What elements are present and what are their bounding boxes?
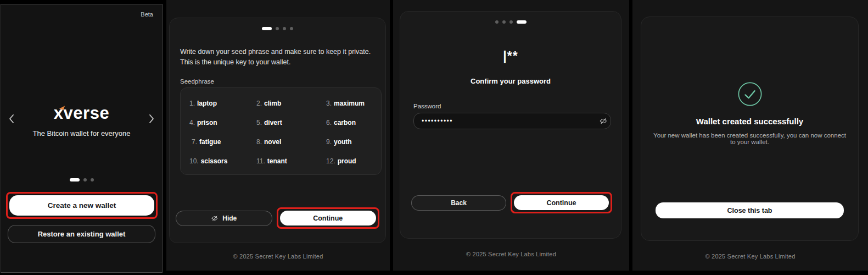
seed-word: 12.proud	[326, 157, 376, 165]
seed-word: 2.climb	[256, 100, 326, 107]
password-typing-icon: |**	[400, 49, 621, 64]
step-dot-active	[517, 20, 527, 24]
seedphrase-label: Seedphrase	[180, 78, 214, 85]
seed-description: Write down your seed phrase and make sur…	[180, 47, 383, 68]
step-dot	[502, 20, 506, 24]
eye-slash-icon	[599, 117, 608, 125]
carousel-dot	[91, 178, 94, 182]
carousel-dots	[1, 178, 162, 182]
password-field-wrap	[413, 113, 611, 129]
seed-word: 3.maximum	[326, 100, 376, 107]
continue-button[interactable]: Continue	[514, 195, 609, 210]
hide-seed-button[interactable]: Hide	[176, 211, 272, 226]
success-check-icon	[737, 81, 763, 107]
success-card: Wallet created successfully Your new wal…	[641, 16, 859, 241]
success-heading: Wallet created successfully	[641, 117, 858, 126]
tagline: The Bitcoin wallet for everyone	[1, 129, 162, 138]
panel-welcome: Beta xverse The Bitcoin wallet for every…	[1, 4, 163, 273]
panel-wallet-created: Wallet created successfully Your new wal…	[632, 0, 868, 271]
carousel-dot	[83, 178, 87, 182]
step-dot	[495, 20, 499, 24]
password-label: Password	[413, 103, 441, 109]
step-dot	[509, 20, 513, 24]
highlight-box: Continue	[511, 192, 612, 213]
seed-word: 5.divert	[256, 119, 326, 127]
xverse-logo: xverse	[1, 103, 162, 123]
seed-word: 6.carbon	[326, 119, 376, 127]
panel-confirm-password: |** Confirm your password Password Back …	[393, 0, 629, 271]
panel-seedphrase: Write down your seed phrase and make sur…	[166, 0, 390, 271]
highlight-box: Continue	[277, 207, 380, 229]
seed-word: 4.prison	[189, 119, 256, 127]
continue-button[interactable]: Continue	[280, 211, 377, 226]
seed-word: 10.scissors	[189, 157, 256, 165]
password-card: |** Confirm your password Password Back …	[400, 11, 621, 239]
back-button[interactable]: Back	[411, 195, 506, 211]
confirm-password-heading: Confirm your password	[400, 77, 621, 85]
success-subtext: Your new wallet has been created success…	[652, 132, 847, 145]
step-dot	[283, 27, 286, 30]
eye-slash-icon	[211, 215, 219, 222]
copyright-footer: © 2025 Secret Key Labs Limited	[166, 253, 390, 260]
seed-word: 1.laptop	[189, 100, 256, 107]
beta-badge: Beta	[141, 11, 153, 18]
seed-word-grid: 1.laptop 2.climb 3.maximum 4.prison 5.di…	[180, 87, 382, 175]
onboarding-flow: Beta xverse The Bitcoin wallet for every…	[0, 0, 868, 275]
toggle-password-visibility-button[interactable]	[596, 117, 611, 125]
seed-word: 9.youth	[326, 138, 376, 146]
step-dot	[290, 27, 293, 30]
highlight-box: Create a new wallet	[6, 192, 158, 219]
password-input[interactable]	[414, 117, 596, 125]
step-dots	[170, 27, 385, 30]
create-wallet-button[interactable]: Create a new wallet	[9, 195, 154, 216]
copyright-footer: © 2025 Secret Key Labs Limited	[393, 251, 629, 257]
carousel-dot-active	[70, 178, 80, 182]
close-tab-button[interactable]: Close this tab	[656, 202, 844, 218]
seed-word: 7.fatigue	[189, 138, 256, 146]
copyright-footer: © 2025 Secret Key Labs Limited	[632, 253, 868, 260]
seed-word: 8.novel	[256, 138, 326, 146]
seed-word: 11.tenant	[256, 157, 326, 165]
seedphrase-card: Write down your seed phrase and make sur…	[169, 18, 386, 243]
restore-wallet-button[interactable]: Restore an existing wallet	[8, 225, 155, 243]
step-dot-active	[262, 27, 272, 30]
step-dot	[276, 27, 279, 30]
step-dots	[400, 20, 621, 24]
